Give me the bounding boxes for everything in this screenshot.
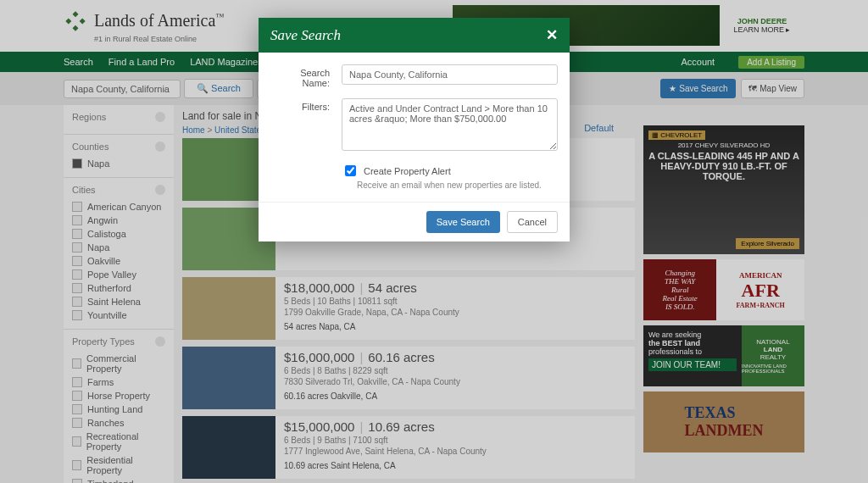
modal-cancel-button[interactable]: Cancel	[507, 211, 558, 233]
search-name-label: Search Name:	[270, 64, 330, 88]
filters-label: Filters:	[270, 98, 330, 153]
modal-title: Save Search	[270, 27, 341, 44]
close-icon[interactable]: ✕	[546, 26, 558, 44]
create-alert-checkbox[interactable]: Create Property Alert	[342, 163, 558, 179]
filters-textarea[interactable]	[342, 98, 558, 151]
save-search-modal: Save Search ✕ Search Name: Filters: Crea…	[259, 18, 570, 242]
search-name-input[interactable]	[342, 64, 558, 85]
modal-save-button[interactable]: Save Search	[426, 211, 500, 233]
modal-header: Save Search ✕	[259, 18, 570, 53]
alert-description: Receive an email when new properties are…	[357, 180, 558, 190]
